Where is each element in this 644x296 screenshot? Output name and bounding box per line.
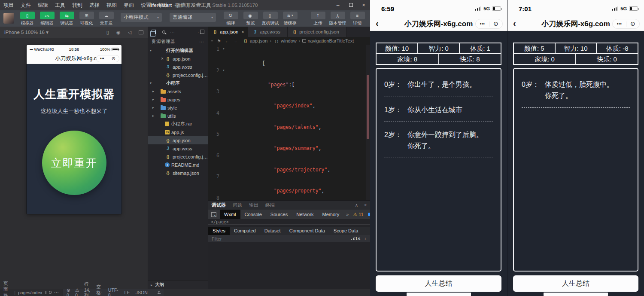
debugger-tab[interactable]: 终端 — [265, 202, 275, 208]
fold-icon[interactable] — [221, 195, 226, 201]
status-item[interactable]: UTF-8 — [108, 287, 118, 296]
more-tabs-icon[interactable]: » — [346, 212, 349, 217]
back-chevron-icon[interactable]: ‹ — [376, 18, 379, 28]
wxml-element-snippet[interactable]: </page> — [208, 219, 370, 225]
minimize-button[interactable]: – — [331, 0, 344, 10]
more-icon[interactable]: ⋯ — [170, 29, 175, 35]
list-icon[interactable]: ≡ — [211, 39, 213, 43]
tree-row[interactable]: ▸ utils — [148, 112, 208, 120]
toolbar-right-button[interactable]: 详情 — [348, 11, 367, 26]
mode-dropdown[interactable]: 小程序模式 ▾ — [121, 13, 162, 22]
status-item[interactable]: JSON — [136, 290, 148, 295]
toolbar-right-button[interactable]: 版本管理 — [328, 11, 347, 26]
device-selector[interactable]: iPhone 5 100% 16 ▾ — [4, 29, 49, 35]
eye-icon[interactable] — [49, 291, 51, 294]
devtools-tab[interactable]: Memory — [318, 210, 344, 219]
maximize-button[interactable] — [344, 0, 357, 10]
code-editor[interactable]: 1 ▾ { 2 ▾ "pages":[ — [208, 45, 370, 200]
fold-icon[interactable]: ▾ — [221, 67, 226, 88]
tree-row[interactable]: × app.json — [148, 55, 208, 63]
bell-icon[interactable] — [158, 291, 160, 294]
tree-row[interactable]: README.md — [148, 161, 208, 169]
menu-item[interactable]: 转到 — [69, 0, 86, 10]
exit-icon[interactable]: ⊙ — [108, 55, 119, 62]
close-tab-icon[interactable]: × — [241, 30, 244, 34]
breadcrumb-item[interactable]: window — [267, 38, 296, 43]
life-events-box[interactable]: 0岁： 体质过低，胎死腹中。你死了。 — [513, 68, 638, 272]
tree-row[interactable]: app.js — [148, 128, 208, 136]
more-icon[interactable]: ⋯ — [54, 290, 59, 295]
tree-row[interactable]: sitemap.json — [148, 169, 208, 177]
outline-section[interactable]: ▸ 大纲 — [148, 281, 208, 289]
bookmark-icon[interactable]: ⚑ — [217, 39, 221, 43]
toolbar-button[interactable]: 模拟器 — [18, 11, 37, 26]
status-item[interactable]: 行 14, 列 38 — [84, 281, 91, 296]
more-menu-icon[interactable]: ••• — [97, 55, 108, 62]
explorer-more-icon[interactable]: ⋯ — [199, 39, 204, 45]
tree-row[interactable]: project.config.json — [148, 71, 208, 79]
styles-tab[interactable]: Component Data — [285, 227, 329, 235]
debugger-tab[interactable]: 输出 — [249, 202, 258, 208]
close-button[interactable]: × — [357, 0, 370, 10]
tree-row[interactable]: ▾ 打开的编辑器 — [148, 46, 208, 55]
filter-input[interactable] — [212, 236, 298, 241]
menu-item[interactable]: 工具 — [52, 0, 69, 10]
collapse-panel-icon[interactable] — [200, 30, 204, 34]
toolbar-button[interactable]: 云开发 — [97, 11, 116, 26]
back-arrow-icon[interactable]: ← — [225, 39, 229, 43]
fold-icon[interactable] — [221, 131, 226, 152]
editor-scrollbar[interactable] — [366, 45, 370, 200]
styles-tab[interactable]: Dataset — [260, 227, 285, 235]
menu-item[interactable]: 编辑 — [34, 0, 52, 10]
restart-button[interactable]: 立即重开 — [42, 131, 106, 195]
menu-item[interactable]: 项目 — [0, 0, 17, 10]
menu-item[interactable]: 选择 — [86, 0, 103, 10]
life-summary-button[interactable]: 人生总结 — [376, 275, 501, 292]
devtools-tab[interactable]: Network — [292, 210, 318, 219]
toolbar-action-button[interactable]: 预览 — [241, 11, 260, 26]
status-item[interactable]: LF — [125, 290, 130, 295]
tree-row[interactable]: project.config.json — [148, 153, 208, 161]
tree-row[interactable]: app.json — [148, 136, 208, 144]
menu-item[interactable]: 界面 — [120, 0, 137, 10]
editor-tab[interactable]: app.json × — [208, 27, 248, 37]
breadcrumb-item[interactable]: navigationBarTitleText — [297, 38, 354, 43]
devtools-tab[interactable]: Wxml — [220, 210, 240, 219]
toolbar-button[interactable]: 编辑器 — [37, 11, 57, 26]
copy-icon[interactable] — [45, 291, 47, 294]
tree-row[interactable]: ▸ pages — [148, 95, 208, 104]
menu-item[interactable]: 文件 — [17, 0, 34, 10]
exit-icon[interactable]: ⊙ — [626, 19, 640, 28]
fold-icon[interactable] — [221, 173, 226, 195]
collapse-icon[interactable]: ∧ — [355, 203, 358, 208]
fold-icon[interactable] — [221, 110, 226, 131]
tree-row[interactable]: app.wxss — [148, 63, 208, 71]
rotate-device-icon[interactable]: ▯ — [106, 30, 109, 35]
editor-tab[interactable]: project.config.json — [288, 27, 346, 37]
fold-icon[interactable]: ▾ — [221, 46, 226, 67]
toolbar-action-button[interactable]: ▾ 清缓存 — [280, 11, 300, 26]
menu-item[interactable]: 视图 — [103, 0, 120, 10]
mute-icon[interactable]: ◁ — [128, 30, 131, 35]
errors-count[interactable]: ⊗ 0 — [67, 287, 71, 296]
more-menu-icon[interactable]: ••• — [613, 19, 626, 28]
close-file-icon[interactable]: × — [161, 56, 165, 61]
toolbar-button[interactable]: 调试器 — [57, 11, 76, 26]
record-icon[interactable]: ◉ — [116, 30, 121, 35]
devtools-tab[interactable]: Console — [240, 210, 266, 219]
debugger-tab[interactable]: 问题 — [233, 202, 242, 208]
tree-row[interactable]: ▾ 小程序 — [148, 79, 208, 87]
add-rule-icon[interactable]: + — [364, 236, 367, 241]
life-events-box[interactable]: 0岁： 你出生了，是个男孩。 1岁： 你从小生活在城市 — [376, 68, 501, 272]
page-path-selector[interactable]: 页面路径 ▾ — [3, 281, 12, 296]
devtools-tab[interactable]: Sources — [266, 210, 292, 219]
exit-icon[interactable]: ⊙ — [489, 19, 503, 28]
tree-row[interactable]: app.wxss — [148, 144, 208, 153]
breadcrumb-item[interactable]: app.json — [243, 38, 268, 43]
more-menu-icon[interactable]: ••• — [476, 19, 489, 28]
tree-row[interactable]: 小程序.rar — [148, 120, 208, 128]
styles-tab[interactable]: Styles — [208, 227, 230, 235]
cls-toggle[interactable]: .cls — [350, 236, 360, 241]
inspect-element-icon[interactable] — [211, 212, 216, 217]
files-icon[interactable] — [152, 30, 156, 34]
